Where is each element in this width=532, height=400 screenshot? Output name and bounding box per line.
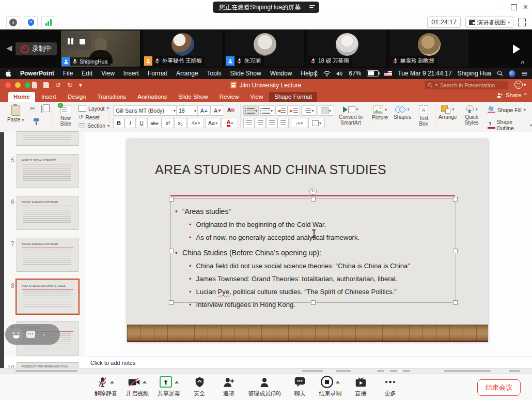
chat-bubble-icon[interactable] — [26, 331, 35, 338]
font-color-button[interactable]: A▾ — [222, 118, 238, 128]
meeting-info-button[interactable]: i — [6, 16, 20, 28]
copy-button[interactable] — [41, 105, 42, 113]
tab-design[interactable]: Design — [62, 92, 91, 102]
arrange-button[interactable]: ▾ Arrange — [439, 105, 457, 120]
volume-icon[interactable] — [336, 71, 343, 76]
resize-handle-ne[interactable] — [453, 197, 458, 202]
manage-participants-button[interactable]: 管理成员(39) — [248, 376, 281, 397]
convert-smartart-button[interactable]: ▾ Convert to SmartArt — [337, 105, 364, 126]
menu-window[interactable]: Window — [270, 70, 292, 77]
shapes-button[interactable]: ▾ Shapes — [394, 105, 411, 120]
unmute-button[interactable]: 解除静音 — [95, 376, 117, 397]
close-button[interactable]: × — [523, 3, 528, 12]
tab-transitions[interactable]: Transitions — [92, 92, 132, 102]
align-right-button[interactable] — [266, 118, 277, 128]
shape-fill-button[interactable]: Shape Fill▾ — [488, 106, 526, 113]
fullscreen-button[interactable] — [518, 19, 526, 26]
bluetooth-icon[interactable] — [313, 70, 318, 77]
invite-button[interactable]: 邀请 — [218, 376, 239, 397]
strip-collapse-up-icon[interactable]: ^ — [521, 60, 525, 67]
presentation-search-box[interactable]: ▾ Search in Presentation — [425, 81, 508, 89]
notification-center-icon[interactable] — [521, 71, 528, 76]
maximize-button[interactable] — [511, 4, 517, 10]
thumbnail-partial[interactable] — [17, 131, 79, 146]
shape-outline-button[interactable]: Shape Outline▾ — [488, 119, 532, 131]
line-spacing-button[interactable]: ↕▾ — [301, 105, 317, 116]
speaker-view-button[interactable]: 演讲者视图 ▾ — [465, 17, 513, 28]
shrink-font-button[interactable]: A — [211, 105, 224, 116]
minimize-button[interactable]: – — [500, 3, 505, 11]
character-spacing-button[interactable]: AV▾ — [187, 118, 204, 128]
grow-font-button[interactable]: A — [197, 105, 211, 116]
share-screen-button[interactable]: 共享屏幕 — [158, 376, 180, 397]
siri-icon[interactable] — [509, 70, 515, 77]
chat-button[interactable]: 聊天 — [290, 376, 310, 397]
stop-recording-button[interactable] — [80, 39, 85, 44]
tab-shape-format[interactable]: Shape Format — [269, 92, 317, 102]
video-options-caret-icon[interactable] — [143, 381, 147, 383]
input-language-flag-icon[interactable] — [384, 71, 392, 76]
rotation-handle[interactable]: ↻ — [309, 188, 317, 195]
align-center-button[interactable] — [255, 118, 266, 128]
reactions-floating-panel[interactable]: ‹ — [5, 324, 60, 345]
video-tile-zhuwanrun[interactable]: 朱万润 — [225, 30, 304, 67]
columns-button[interactable]: ▾ — [318, 105, 334, 116]
paste-button[interactable]: Paste ▾ — [7, 105, 24, 123]
strip-collapse-left-icon[interactable]: ◀ — [6, 43, 12, 53]
live-stream-button[interactable]: 直播 — [351, 376, 371, 397]
subscript-button[interactable]: x₂ — [174, 118, 186, 128]
menu-insert[interactable]: Insert — [123, 70, 139, 77]
slide-body-text[interactable]: •“Areas studies” •Originated in the begi… — [170, 203, 460, 314]
resize-handle-n[interactable] — [311, 197, 316, 202]
tab-insert[interactable]: Insert — [36, 92, 61, 102]
end-meeting-button[interactable]: 结束会议 — [477, 379, 521, 396]
spotlight-search-icon[interactable] — [497, 70, 503, 76]
feedback-smiley-button[interactable]: ▾ — [514, 81, 526, 89]
resize-handle-nw[interactable] — [169, 197, 174, 202]
new-slide-button[interactable]: + New Slide — [56, 105, 75, 127]
thumbnail-slide-6[interactable]: SOCIAL SCIENCE CONTINUED — [17, 196, 79, 230]
screen-share-title-pill[interactable]: 您正在观看ShipingHua的屏幕 — [213, 2, 319, 13]
menu-tools[interactable]: Tools — [207, 70, 222, 77]
security-button[interactable]: 安全 — [189, 376, 210, 397]
minimize-window-button[interactable] — [15, 82, 21, 88]
menu-slideshow[interactable]: Slide Show — [230, 70, 261, 77]
change-case-button[interactable]: Aa▾ — [205, 118, 221, 128]
share-options-icon[interactable] — [309, 5, 315, 10]
video-tile-hequanling[interactable]: 赫泉玲 副教授 — [389, 30, 468, 67]
superscript-button[interactable]: x² — [162, 118, 174, 128]
bold-button[interactable]: B — [113, 118, 124, 128]
cut-button[interactable]: ✂ — [30, 105, 35, 112]
menu-powerpoint[interactable]: PowerPoint — [20, 70, 54, 77]
strikethrough-button[interactable]: abc — [147, 118, 162, 128]
thumbnail-slide-5[interactable]: WHAT IS 'SOCIAL SCIENCE'? — [17, 154, 79, 188]
reset-button[interactable]: ↺ Reset — [79, 114, 100, 120]
bullets-button[interactable]: ▾ — [243, 105, 259, 116]
slide-thumbnail-panel[interactable]: 5 WHAT IS 'SOCIAL SCIENCE'? 6 SOCIAL SCI… — [4, 132, 85, 357]
wifi-icon[interactable] — [323, 71, 331, 76]
underline-button[interactable]: U — [136, 118, 147, 128]
italic-button[interactable]: I — [124, 118, 136, 128]
text-direction-button[interactable]: ↓A▾ — [291, 118, 307, 128]
tab-slideshow[interactable]: Slide Show — [173, 92, 213, 102]
video-tile-wanmuyu[interactable]: 18 硕 万慕雨 — [307, 30, 386, 67]
thumbnail-slide-8-selected[interactable]: AREA STUDIES AND CHINA STUDIES — [17, 280, 79, 314]
section-button[interactable]: Section▾ — [79, 122, 109, 129]
undo-icon[interactable]: ↺ — [55, 82, 61, 88]
start-video-button[interactable]: 开启视频 — [126, 376, 149, 397]
collapse-ribbon-icon[interactable]: ^ — [524, 92, 527, 98]
customize-toolbar-icon[interactable]: ▾ — [79, 82, 83, 88]
menu-file[interactable]: File — [63, 70, 73, 77]
font-name-combo[interactable]: Gill Sans MT (Body)▾ — [113, 105, 178, 116]
menu-arrange[interactable]: Arrange — [176, 70, 198, 77]
quick-styles-button[interactable]: ▾ Quick Styles — [463, 105, 480, 126]
redo-icon[interactable]: ↻ — [67, 82, 73, 88]
align-left-button[interactable] — [243, 118, 255, 128]
menubar-clock[interactable]: Tue Mar 9 21:44:17 — [398, 70, 451, 77]
thumbnail-slide-7[interactable]: SOCIAL SCIENCE CONTINUED — [17, 238, 79, 272]
tab-view[interactable]: View — [245, 92, 269, 102]
numbering-button[interactable]: ▾ — [259, 105, 274, 116]
pause-recording-button[interactable] — [68, 38, 73, 44]
slide-title[interactable]: AREA STUDIES AND CHINA STUDIES — [155, 162, 386, 177]
record-options-caret-icon[interactable] — [336, 381, 340, 383]
